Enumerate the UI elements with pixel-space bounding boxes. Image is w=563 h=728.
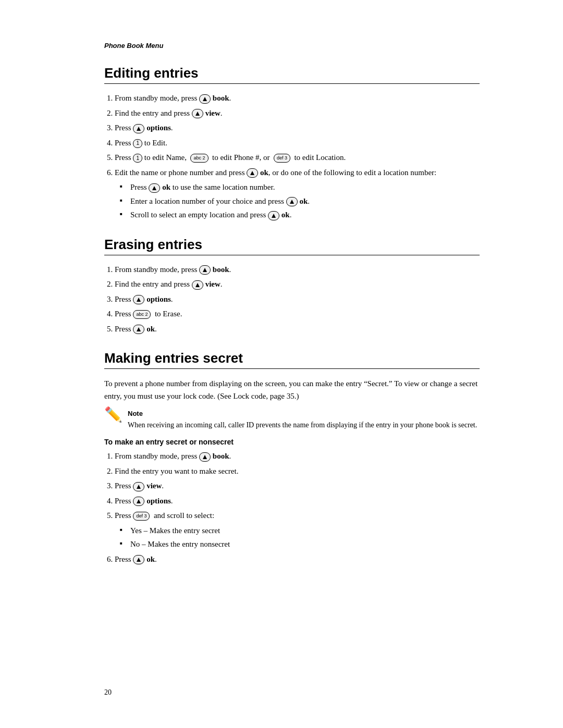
erasing-step-5: Press ok.: [115, 323, 480, 335]
erasing-step-2: Find the entry and press view.: [115, 278, 480, 290]
note-title: Note: [128, 410, 480, 417]
up-button-s4: [133, 497, 144, 506]
svg-marker-11: [203, 455, 207, 459]
making-secret-steps-list: From standby mode, press book. Find the …: [115, 450, 480, 565]
note-box: ✏️ Note When receiving an incoming call,…: [104, 410, 480, 430]
up-button-4: [247, 168, 258, 178]
up-button-e3: [133, 295, 144, 304]
editing-step-5: Press 1 to edit Name, abc 2 to edit Phon…: [115, 152, 480, 164]
svg-marker-14: [137, 558, 141, 562]
editing-step-2: Find the entry and press view.: [115, 107, 480, 119]
secret-step-5: Press def 3 and scroll to select: Yes – …: [115, 510, 480, 550]
making-secret-title: Making entries secret: [104, 350, 480, 369]
svg-marker-12: [137, 485, 141, 489]
svg-marker-2: [137, 127, 141, 131]
page-header: Phone Book Menu: [104, 42, 480, 50]
btn-1-edit: 1: [133, 139, 142, 148]
erasing-section: Erasing entries From standby mode, press…: [104, 237, 480, 335]
up-button-6: [286, 197, 298, 206]
btn-def3-secret: def 3: [133, 512, 150, 521]
svg-marker-0: [203, 97, 207, 101]
editing-steps-list: From standby mode, press book. Find the …: [115, 92, 480, 221]
subsection-title: To make an entry secret or nonsecret: [104, 438, 480, 446]
up-button-5: [149, 183, 160, 193]
making-secret-section: Making entries secret To prevent a phone…: [104, 350, 480, 565]
editing-step-3: Press options.: [115, 122, 480, 134]
svg-marker-7: [203, 268, 207, 272]
erasing-steps-list: From standby mode, press book. Find the …: [115, 264, 480, 335]
secret-step-4: Press options.: [115, 495, 480, 507]
up-button-3: [133, 124, 144, 133]
btn-def3-location: def 3: [274, 154, 290, 163]
note-text: When receiving an incoming call, caller …: [128, 419, 480, 430]
svg-marker-3: [250, 171, 254, 175]
secret-step-3: Press view.: [115, 480, 480, 492]
svg-marker-10: [137, 327, 141, 331]
up-button-s1: [199, 452, 211, 462]
up-button-s6: [133, 555, 144, 564]
editing-title: Editing entries: [104, 65, 480, 84]
erasing-step-4: Press abc 2 to Erase.: [115, 308, 480, 320]
secret-step-6: Press ok.: [115, 553, 480, 565]
editing-step-1: From standby mode, press book.: [115, 92, 480, 104]
btn-1-name: 1: [133, 154, 142, 163]
editing-step-4: Press 1 to Edit.: [115, 137, 480, 149]
up-button-s3: [133, 482, 144, 491]
svg-marker-6: [272, 214, 276, 218]
btn-abc2-erase: abc 2: [133, 310, 151, 319]
btn-abc2-phone: abc 2: [190, 154, 208, 163]
editing-bullet-2: Enter a location number of your choice a…: [120, 195, 480, 207]
svg-marker-13: [137, 499, 141, 503]
svg-marker-4: [152, 186, 156, 190]
editing-sub-bullets: Press ok to use the same location number…: [120, 181, 480, 221]
up-button-e5: [133, 325, 144, 334]
svg-marker-1: [195, 112, 200, 116]
secret-bullet-yes: Yes – Makes the entry secret: [120, 525, 480, 537]
secret-bullets: Yes – Makes the entry secret No – Makes …: [120, 525, 480, 550]
making-secret-intro: To prevent a phone number from displayin…: [104, 377, 480, 402]
editing-bullet-3: Scroll to select an empty location and p…: [120, 209, 480, 221]
secret-step-1: From standby mode, press book.: [115, 450, 480, 462]
up-button-e1: [199, 265, 211, 275]
note-content: Note When receiving an incoming call, ca…: [128, 410, 480, 430]
editing-section: Editing entries From standby mode, press…: [104, 65, 480, 221]
up-button-7: [268, 211, 279, 220]
up-button-2: [192, 109, 203, 118]
page-number: 20: [104, 688, 112, 697]
erasing-step-3: Press options.: [115, 293, 480, 305]
note-icon: ✏️: [104, 408, 123, 422]
editing-bullet-1: Press ok to use the same location number…: [120, 181, 480, 193]
erasing-step-1: From standby mode, press book.: [115, 264, 480, 276]
up-button-1: [199, 94, 211, 104]
page: Phone Book Menu Editing entries From sta…: [0, 0, 563, 728]
secret-bullet-no: No – Makes the entry nonsecret: [120, 538, 480, 550]
svg-marker-8: [195, 283, 200, 287]
svg-marker-5: [290, 200, 294, 204]
editing-step-6: Edit the name or phone number and press …: [115, 167, 480, 221]
svg-marker-9: [137, 298, 141, 302]
erasing-title: Erasing entries: [104, 237, 480, 255]
secret-step-2: Find the entry you want to make secret.: [115, 465, 480, 477]
up-button-e2: [192, 280, 203, 290]
